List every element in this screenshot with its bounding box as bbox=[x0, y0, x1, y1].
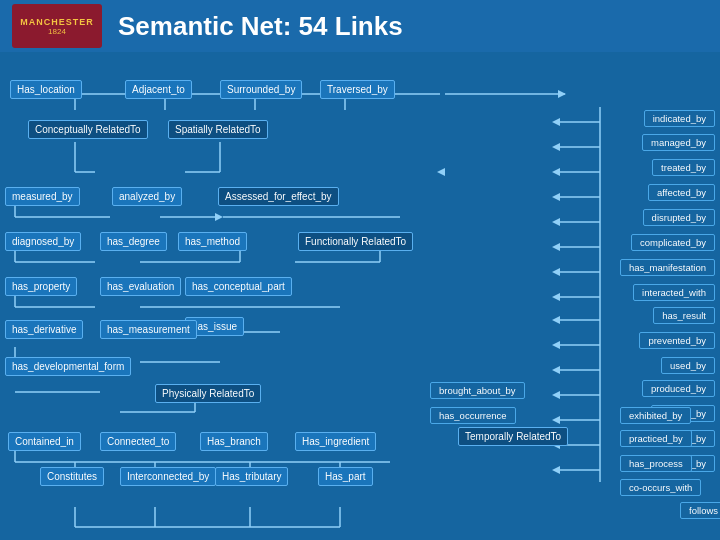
svg-marker-70 bbox=[552, 268, 560, 276]
has-occurrence-node: has_occurrence bbox=[430, 407, 516, 424]
has-developmental-form-node: has_developmental_form bbox=[5, 357, 131, 376]
treated-by-node: treated_by bbox=[652, 159, 715, 176]
svg-marker-67 bbox=[552, 193, 560, 201]
svg-marker-75 bbox=[552, 391, 560, 399]
has-property-node: has_property bbox=[5, 277, 77, 296]
svg-marker-71 bbox=[552, 293, 560, 301]
has-ingredient-node: Has_ingredient bbox=[295, 432, 376, 451]
has-manifestation-node: has_manifestation bbox=[620, 259, 715, 276]
svg-marker-73 bbox=[552, 341, 560, 349]
complicated-by-node: complicated_by bbox=[631, 234, 715, 251]
co-occurs-with-node: co-occurs_with bbox=[620, 479, 701, 496]
surrounded-by-node: Surrounded_by bbox=[220, 80, 302, 99]
managed-by-node: managed_by bbox=[642, 134, 715, 151]
has-part-node: Has_part bbox=[318, 467, 373, 486]
svg-marker-79 bbox=[437, 168, 445, 176]
constitutes-node: Constitutes bbox=[40, 467, 104, 486]
assessed-for-effect-node: Assessed_for_effect_by bbox=[218, 187, 339, 206]
spatially-related-to-node: Spatially RelatedTo bbox=[168, 120, 268, 139]
has-derivative-node: has_derivative bbox=[5, 320, 83, 339]
diagnosed-by-node: diagnosed_by bbox=[5, 232, 81, 251]
traversed-by-node: Traversed_by bbox=[320, 80, 395, 99]
practiced-by-node: practiced_by bbox=[620, 430, 692, 447]
svg-marker-66 bbox=[552, 168, 560, 176]
connected-to-node: Connected_to bbox=[100, 432, 176, 451]
interconnected-by-node: Interconnected_by bbox=[120, 467, 216, 486]
prevented-by-node: prevented_by bbox=[639, 332, 715, 349]
svg-marker-72 bbox=[552, 316, 560, 324]
adjacent-to-node: Adjacent_to bbox=[125, 80, 192, 99]
affected-by-node: affected_by bbox=[648, 184, 715, 201]
has-degree-node: has_degree bbox=[100, 232, 167, 251]
brought-about-by-node: brought_about_by bbox=[430, 382, 525, 399]
page-title: Semantic Net: 54 Links bbox=[118, 11, 403, 42]
main-content: Has_location Adjacent_to Surrounded_by T… bbox=[0, 52, 720, 540]
has-conceptual-part-node: has_conceptual_part bbox=[185, 277, 292, 296]
has-tributary-node: Has_tributary bbox=[215, 467, 288, 486]
analyzed-by-node: analyzed_by bbox=[112, 187, 182, 206]
svg-marker-47 bbox=[558, 90, 566, 98]
exhibited-by-node: exhibited_by bbox=[620, 407, 691, 424]
has-process-node: has_process bbox=[620, 455, 692, 472]
has-evaluation-node: has_evaluation bbox=[100, 277, 181, 296]
contained-in-node: Contained_in bbox=[8, 432, 81, 451]
svg-marker-76 bbox=[552, 416, 560, 424]
has-result-node: has_result bbox=[653, 307, 715, 324]
has-location-node: Has_location bbox=[10, 80, 82, 99]
svg-marker-78 bbox=[552, 466, 560, 474]
has-measurement-node: has_measurement bbox=[100, 320, 197, 339]
disrupted-by-node: disrupted_by bbox=[643, 209, 715, 226]
temporally-related-to-node: Temporally RelatedTo bbox=[458, 427, 568, 446]
university-year: 1824 bbox=[48, 27, 66, 36]
follows-node: follows bbox=[680, 502, 720, 519]
header: MANCHESTER 1824 Semantic Net: 54 Links bbox=[0, 0, 720, 52]
indicated-by-node: indicated_by bbox=[644, 110, 715, 127]
svg-marker-64 bbox=[552, 118, 560, 126]
measured-by-node: measured_by bbox=[5, 187, 80, 206]
svg-marker-74 bbox=[552, 366, 560, 374]
svg-marker-69 bbox=[552, 243, 560, 251]
produced-by-node: produced_by bbox=[642, 380, 715, 397]
interacted-with-node: interacted_with bbox=[633, 284, 715, 301]
svg-marker-12 bbox=[215, 213, 223, 221]
logo: MANCHESTER 1824 bbox=[12, 4, 102, 48]
svg-marker-65 bbox=[552, 143, 560, 151]
svg-marker-68 bbox=[552, 218, 560, 226]
functionally-related-to-node: Functionally RelatedTo bbox=[298, 232, 413, 251]
has-branch-node: Has_branch bbox=[200, 432, 268, 451]
university-name: MANCHESTER bbox=[20, 17, 94, 27]
physically-related-to-node: Physically RelatedTo bbox=[155, 384, 261, 403]
conceptually-related-to-node: Conceptually RelatedTo bbox=[28, 120, 148, 139]
used-by-node: used_by bbox=[661, 357, 715, 374]
has-method-node: has_method bbox=[178, 232, 247, 251]
